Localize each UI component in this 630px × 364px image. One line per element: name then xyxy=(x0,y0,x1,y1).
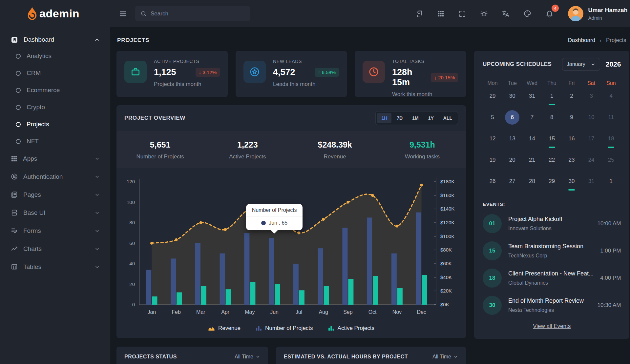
search-input[interactable] xyxy=(151,10,245,17)
chart-tooltip: Number of Projects Jun : 65 xyxy=(246,204,303,230)
charts-icon xyxy=(10,245,18,253)
user-menu[interactable]: Umar Hamzah Admin xyxy=(568,6,627,21)
calendar-day-12[interactable]: 12 xyxy=(483,131,502,153)
sidebar-item-dashboard[interactable]: Dashboard xyxy=(9,32,102,48)
hamburger-menu-button[interactable] xyxy=(117,8,129,20)
sidebar-item-base-ui[interactable]: Base UI xyxy=(9,204,102,222)
calendar-day-24[interactable]: 24 xyxy=(581,153,601,174)
calendar-day-18[interactable]: 18 xyxy=(601,131,621,153)
sidebar-item-charts[interactable]: Charts xyxy=(9,240,102,258)
calendar-day-17[interactable]: 17 xyxy=(581,131,601,153)
sidebar-item-authentication[interactable]: Authentication xyxy=(9,168,102,186)
pages-icon xyxy=(10,191,18,198)
events-list: 01Project Alpha KickoffInnovate Solution… xyxy=(483,214,621,315)
sidebar-item-apps[interactable]: Apps xyxy=(9,150,102,168)
sidebar-item-projects[interactable]: Projects xyxy=(9,116,102,133)
calendar-day-30[interactable]: 30 xyxy=(502,89,522,110)
event-day-badge: 15 xyxy=(483,241,502,260)
range-1m[interactable]: 1M xyxy=(408,113,423,123)
event-organization: Global Dynamics xyxy=(508,280,594,286)
calendar-day-8[interactable]: 8 xyxy=(542,110,562,131)
calendar-day-1[interactable]: 1 xyxy=(542,89,562,110)
chevron-down-icon xyxy=(94,246,100,252)
sidebar-item-analytics[interactable]: Analytics xyxy=(9,48,102,65)
calendar-day-2[interactable]: 2 xyxy=(562,89,581,110)
svg-text:40: 40 xyxy=(129,261,135,266)
calendar-day-25[interactable]: 25 xyxy=(601,153,621,174)
calendar-day-6[interactable]: 6 xyxy=(502,110,522,131)
event-time: 1:00 PM xyxy=(600,248,621,254)
sidebar-item-nft[interactable]: NFT xyxy=(9,133,102,150)
chevron-right-icon: › xyxy=(600,38,601,43)
sidebar-item-ecommerce[interactable]: Ecommerce xyxy=(9,82,102,99)
calendar-day-28[interactable]: 28 xyxy=(522,174,542,195)
text-direction-icon[interactable] xyxy=(413,8,425,20)
calendar-day-14[interactable]: 14 xyxy=(522,131,542,153)
calendar-day-3[interactable]: 3 xyxy=(581,89,601,110)
calendar-day-23[interactable]: 23 xyxy=(562,153,581,174)
fullscreen-icon[interactable] xyxy=(456,8,468,20)
legend-revenue[interactable]: Revenue xyxy=(208,325,241,332)
sidebar-item-tables[interactable]: Tables xyxy=(9,258,102,276)
calendar-day-16[interactable]: 16 xyxy=(562,131,581,153)
range-1h[interactable]: 1H xyxy=(377,113,391,123)
day-header-mon: Mon xyxy=(483,80,502,86)
calendar-day-19[interactable]: 19 xyxy=(483,153,502,174)
tooltip-title: Number of Projects xyxy=(246,204,303,216)
event-item-project-alpha-kickoff[interactable]: 01Project Alpha KickoffInnovate Solution… xyxy=(483,214,621,233)
theme-palette-icon[interactable] xyxy=(521,8,534,20)
event-item-client-presentation-new-feat[interactable]: 18Client Presentation - New Feat...Globa… xyxy=(483,269,621,288)
calendar-day-13[interactable]: 13 xyxy=(502,131,522,153)
range-all[interactable]: ALL xyxy=(439,113,456,123)
range-1y[interactable]: 1Y xyxy=(424,113,438,123)
calendar-day-15[interactable]: 15 xyxy=(542,131,562,153)
event-item-team-brainstorming-session[interactable]: 15Team Brainstorming SessionTechNexus Co… xyxy=(483,241,621,260)
calendar-day-22[interactable]: 22 xyxy=(542,153,562,174)
projects-status-filter[interactable]: All Time xyxy=(235,354,260,360)
calendar-day-27[interactable]: 27 xyxy=(502,174,522,195)
sidebar-item-forms[interactable]: Forms xyxy=(9,222,102,240)
sidebar-item-pages[interactable]: Pages xyxy=(9,186,102,204)
svg-text:$20K: $20K xyxy=(440,288,452,293)
calendar-day-29[interactable]: 29 xyxy=(483,89,502,110)
month-select[interactable]: January xyxy=(562,58,600,71)
breadcrumb-dashboard[interactable]: Dashboard xyxy=(568,37,595,44)
brand[interactable]: ademin xyxy=(0,0,110,27)
calendar-day-30[interactable]: 30 xyxy=(562,174,581,195)
event-item-end-of-month-report-review[interactable]: 30End of Month Report ReviewNesta Techno… xyxy=(483,296,621,315)
light-mode-sun-icon[interactable] xyxy=(478,8,490,20)
calendar-day-4[interactable]: 4 xyxy=(601,89,621,110)
calendar-day-7[interactable]: 7 xyxy=(522,110,542,131)
translate-icon[interactable] xyxy=(500,8,512,20)
calendar-day-10[interactable]: 10 xyxy=(581,110,601,131)
circle-icon xyxy=(16,54,21,59)
calendar-day-29[interactable]: 29 xyxy=(542,174,562,195)
chevron-down-icon xyxy=(94,174,100,179)
notification-badge: 4 xyxy=(552,5,559,12)
sidebar-item-crypto[interactable]: Crypto xyxy=(9,99,102,116)
event-day-badge: 18 xyxy=(483,269,502,288)
apps-grid-icon[interactable] xyxy=(435,8,447,19)
calendar-day-1[interactable]: 1 xyxy=(601,174,621,195)
calendar-day-5[interactable]: 5 xyxy=(483,110,502,131)
project-overview-chart[interactable]: 020406080100120$0K$20K$40K$60K$80K$100K$… xyxy=(120,173,462,320)
day-header-tue: Tue xyxy=(502,80,522,86)
estimated-vs-actual-filter[interactable]: All Time xyxy=(432,354,458,360)
view-all-events-link[interactable]: View all Events xyxy=(533,323,571,329)
chevron-down-icon xyxy=(94,264,100,270)
legend-bars-teal-icon xyxy=(328,325,334,332)
calendar-day-31[interactable]: 31 xyxy=(581,174,601,195)
calendar-day-21[interactable]: 21 xyxy=(522,153,542,174)
calendar-day-20[interactable]: 20 xyxy=(502,153,522,174)
calendar-day-26[interactable]: 26 xyxy=(483,174,502,195)
calendar-day-31[interactable]: 31 xyxy=(522,89,542,110)
sidebar-item-crm[interactable]: CRM xyxy=(9,65,102,82)
legend-active-projects[interactable]: Active Projects xyxy=(328,325,374,332)
range-7d[interactable]: 7D xyxy=(392,113,407,123)
svg-text:$80K: $80K xyxy=(440,247,452,253)
event-day-badge: 30 xyxy=(483,296,502,315)
chevron-down-icon xyxy=(94,228,100,233)
legend-number-of-projects[interactable]: Number of Projects xyxy=(256,325,313,332)
calendar-day-11[interactable]: 11 xyxy=(601,110,621,131)
calendar-day-9[interactable]: 9 xyxy=(562,110,581,131)
